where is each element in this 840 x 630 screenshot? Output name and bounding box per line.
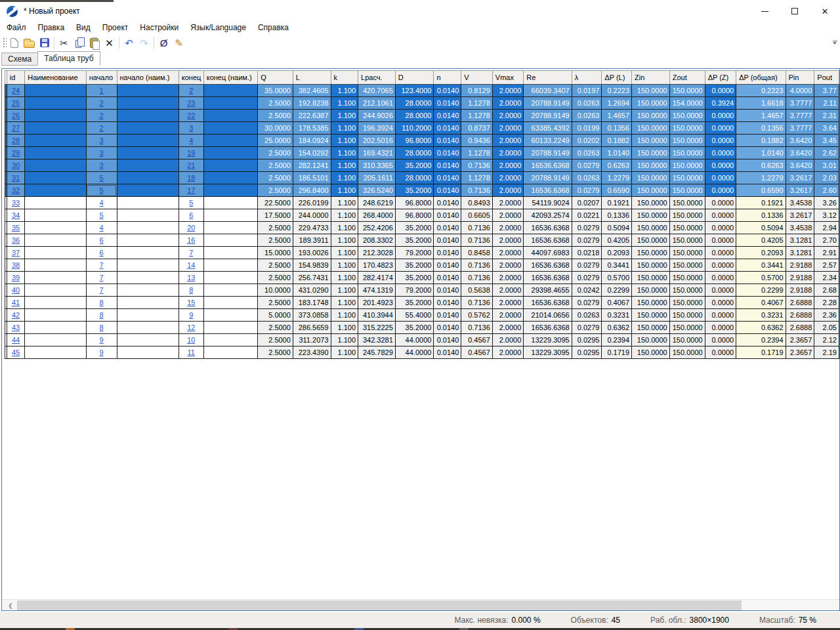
scroll-left-arrow-icon[interactable]: ❮ bbox=[5, 600, 16, 610]
cell--[interactable]: 16 bbox=[178, 234, 203, 247]
cell-zout[interactable]: 150.0000 bbox=[669, 309, 705, 322]
cell--[interactable]: 5 bbox=[86, 209, 117, 222]
cell-re[interactable]: 60133.2249 bbox=[524, 135, 572, 147]
cell-l-[interactable]: 310.3365 bbox=[358, 159, 396, 172]
cell-l[interactable]: 431.0290 bbox=[293, 284, 331, 297]
tab-1[interactable]: Таблица труб bbox=[37, 51, 100, 66]
cell-q[interactable]: 2.5000 bbox=[258, 172, 293, 184]
cell--[interactable]: 0.0221 bbox=[572, 209, 602, 222]
cell-l-[interactable]: 326.5240 bbox=[358, 184, 396, 197]
node-link[interactable]: 25 bbox=[12, 99, 20, 107]
cell-q[interactable]: 2.5000 bbox=[258, 259, 293, 272]
node-link[interactable]: 11 bbox=[188, 348, 195, 356]
cell-id[interactable]: 26 bbox=[7, 110, 24, 122]
cell-k[interactable]: 1.100 bbox=[331, 272, 358, 284]
cell-v[interactable]: 0.7136 bbox=[461, 159, 493, 172]
node-link[interactable]: 21 bbox=[187, 161, 195, 169]
cell-n[interactable]: 0.0140 bbox=[434, 259, 461, 272]
cell-pin[interactable]: 3.6420 bbox=[786, 135, 814, 147]
cell-n[interactable]: 0.0140 bbox=[434, 172, 461, 184]
cell-d[interactable]: 96.8000 bbox=[395, 209, 434, 222]
cell-vmax[interactable]: 2.0000 bbox=[492, 135, 524, 147]
node-link[interactable]: 32 bbox=[12, 186, 20, 194]
cell-pout[interactable]: 2.03 bbox=[814, 172, 839, 184]
cell--[interactable] bbox=[25, 222, 86, 234]
cell-pin[interactable]: 2.9188 bbox=[786, 284, 814, 297]
cell--[interactable]: 13 bbox=[178, 272, 203, 284]
cell-pin[interactable]: 3.2617 bbox=[786, 172, 814, 184]
cell-zin[interactable]: 150.0000 bbox=[632, 334, 670, 346]
cell-d[interactable]: 28.0000 bbox=[395, 110, 434, 122]
cell-d[interactable]: 44.0000 bbox=[395, 334, 434, 346]
cell-v[interactable]: 0.7136 bbox=[461, 272, 493, 284]
cell--[interactable]: 6 bbox=[86, 234, 117, 247]
node-link[interactable]: 26 bbox=[12, 112, 20, 119]
cell-n[interactable]: 0.0140 bbox=[434, 297, 461, 309]
cell-zout[interactable]: 150.0000 bbox=[669, 334, 705, 346]
node-link[interactable]: 39 bbox=[12, 274, 20, 282]
cell--[interactable] bbox=[117, 272, 178, 284]
cell-q[interactable]: 15.0000 bbox=[258, 247, 293, 259]
cell-id[interactable]: 41 bbox=[7, 297, 24, 309]
cell-pout[interactable]: 2.91 bbox=[814, 247, 839, 259]
cell--[interactable] bbox=[203, 334, 258, 346]
cell-l[interactable]: 296.8400 bbox=[293, 184, 331, 197]
cell--[interactable]: 14 bbox=[178, 259, 203, 272]
undo-button[interactable]: ↶ bbox=[121, 35, 136, 50]
cell-k[interactable]: 1.100 bbox=[331, 172, 358, 184]
node-link[interactable]: 9 bbox=[189, 311, 193, 319]
cell-zin[interactable]: 150.0000 bbox=[632, 122, 670, 135]
cell--[interactable] bbox=[117, 309, 178, 322]
node-link[interactable]: 3 bbox=[100, 149, 104, 157]
cell--[interactable]: 3 bbox=[86, 147, 117, 159]
cell--p-[interactable]: 1.0140 bbox=[736, 147, 786, 159]
column-header-13[interactable]: Vmax bbox=[492, 71, 524, 85]
cell-l-[interactable]: 202.5016 bbox=[358, 135, 396, 147]
node-link[interactable]: 7 bbox=[100, 261, 104, 269]
cell-v[interactable]: 0.5762 bbox=[461, 309, 493, 322]
cell--[interactable] bbox=[25, 135, 86, 147]
cell-k[interactable]: 1.100 bbox=[331, 159, 358, 172]
cell--[interactable]: 0.0279 bbox=[572, 234, 602, 247]
cell--p-l-[interactable]: 0.3441 bbox=[602, 259, 632, 272]
cell--[interactable] bbox=[203, 110, 258, 122]
cell-vmax[interactable]: 2.0000 bbox=[492, 147, 524, 159]
cell-l[interactable]: 311.2073 bbox=[293, 334, 331, 346]
node-link[interactable]: 33 bbox=[12, 199, 20, 207]
node-link[interactable]: 16 bbox=[187, 236, 195, 244]
cell-v[interactable]: 0.4567 bbox=[461, 334, 493, 346]
cell-zout[interactable]: 150.0000 bbox=[669, 272, 705, 284]
cell-pin[interactable]: 2.6888 bbox=[786, 322, 814, 334]
cell--[interactable]: 0.0207 bbox=[572, 197, 602, 209]
save-button[interactable] bbox=[37, 35, 52, 50]
cell-re[interactable]: 63385.4392 bbox=[524, 122, 572, 135]
cell--[interactable]: 5 bbox=[178, 197, 203, 209]
cell-d[interactable]: 79.2000 bbox=[395, 284, 434, 297]
cell-v[interactable]: 0.5638 bbox=[461, 284, 493, 297]
cell--p-[interactable]: 0.3441 bbox=[736, 259, 786, 272]
cell-k[interactable]: 1.100 bbox=[331, 197, 358, 209]
cell-k[interactable]: 1.100 bbox=[331, 234, 358, 247]
cell-l-[interactable]: 252.4206 bbox=[358, 222, 396, 234]
cell-n[interactable]: 0.0140 bbox=[434, 309, 461, 322]
cell--p-z-[interactable]: 0.0000 bbox=[705, 346, 736, 359]
cell--p-l-[interactable]: 0.3231 bbox=[602, 309, 632, 322]
cell-zin[interactable]: 150.0000 bbox=[632, 247, 670, 259]
cell--[interactable] bbox=[117, 209, 178, 222]
cell-vmax[interactable]: 2.0000 bbox=[492, 297, 524, 309]
cell--[interactable]: 2 bbox=[86, 97, 117, 110]
delete-button[interactable]: ✕ bbox=[102, 35, 117, 50]
cell--p-z-[interactable]: 0.0000 bbox=[705, 222, 736, 234]
cell-re[interactable]: 42093.2574 bbox=[524, 209, 572, 222]
cell--p-l-[interactable]: 0.2093 bbox=[602, 247, 632, 259]
cell-pin[interactable]: 3.1281 bbox=[786, 247, 814, 259]
cell-q[interactable]: 2.5000 bbox=[258, 110, 293, 122]
cell--p-z-[interactable]: 0.0000 bbox=[705, 184, 736, 197]
cell-pout[interactable]: 2.70 bbox=[814, 234, 839, 247]
node-link[interactable]: 6 bbox=[100, 249, 104, 257]
cell-zout[interactable]: 150.0000 bbox=[669, 159, 705, 172]
cell-pout[interactable]: 2.68 bbox=[814, 284, 839, 297]
cell--[interactable] bbox=[117, 222, 178, 234]
cell-q[interactable]: 2.5000 bbox=[258, 297, 293, 309]
cell--p-z-[interactable]: 0.0000 bbox=[705, 297, 736, 309]
